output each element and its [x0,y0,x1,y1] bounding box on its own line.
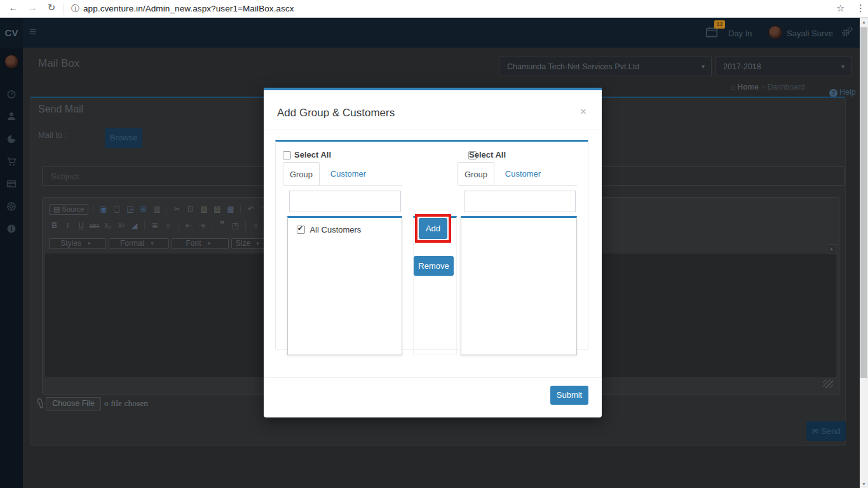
browser-forward-icon[interactable]: → [25,2,39,13]
browser-menu-icon[interactable]: ⋮ [856,3,865,14]
year-dropdown[interactable]: 2017-2018 ▾ [715,57,851,76]
settings-gear-icon[interactable] [841,26,853,37]
users-icon[interactable] [6,111,17,121]
toolbar-separator [212,221,212,230]
new-page-icon[interactable]: ▢ [111,204,122,215]
choose-file-button[interactable]: Choose File [46,397,101,410]
modal-footer-divider [264,377,602,378]
close-icon[interactable]: × [580,105,587,118]
mail-to-label: Mail to : [38,130,67,140]
page-scrollbar: ▲ ▼ [860,18,868,488]
company-dropdown-value: Chamunda Tech-Net Services Pvt.Ltd [507,62,639,71]
info-icon[interactable] [6,224,17,234]
toolbar-separator [245,221,246,230]
breadcrumb-home[interactable]: Home [738,83,759,92]
group-search-input-left[interactable] [289,191,401,212]
tab-divider-left [283,185,402,186]
breadcrumb: ⌂ Home > Dashboard [731,83,804,92]
toolbar-collapse-icon[interactable]: ▲ [827,244,836,254]
help-link[interactable]: ?Help [829,88,856,97]
templates-icon[interactable]: ▥ [151,204,162,215]
indent-icon[interactable]: ⇥ [196,220,207,231]
page-info-icon[interactable]: ⓘ [71,3,79,15]
scroll-up-icon[interactable]: ▲ [860,18,868,26]
underline-icon[interactable]: U [76,220,86,231]
div-icon[interactable]: ◳ [230,220,241,231]
superscript-icon[interactable]: X² [116,220,126,231]
italic-icon[interactable]: I [62,220,73,231]
browse-button[interactable]: Browse [105,128,142,148]
dashboard-icon[interactable] [6,89,17,99]
browser-refresh-icon[interactable]: ↻ [44,2,58,13]
align-left-icon[interactable]: ≡ [250,220,261,231]
day-in-label[interactable]: Day In [728,29,752,38]
app-logo[interactable]: CV [0,18,23,48]
paste-word-icon[interactable]: ▩ [225,204,236,215]
chevron-down-icon: ▾ [84,238,95,249]
source-button[interactable]: ▤ Source [49,204,88,215]
chevron-down-icon: ▾ [841,63,844,70]
cart-icon[interactable] [6,156,17,166]
remove-format-icon[interactable]: ◢ [129,220,140,231]
application-window: ← → ↻ ⓘ app.cventure.in/Admin_new.aspx?u… [0,0,868,488]
blockquote-icon[interactable]: ” [217,220,227,231]
user-avatar[interactable] [768,25,782,39]
breadcrumb-current[interactable]: Dashboard [768,83,805,92]
chevron-down-icon: ▾ [702,63,705,70]
editor-resize-handle[interactable] [823,379,833,388]
company-dropdown[interactable]: Chamunda Tech-Net Services Pvt.Ltd ▾ [499,57,712,76]
page-title: Mail Box [38,57,79,70]
print-icon[interactable]: ⊞ [138,204,149,215]
send-button[interactable]: ✉ Send [806,421,846,441]
bold-icon[interactable]: B [49,220,60,231]
styles-combo[interactable]: Styles▾ [49,238,106,249]
remove-button[interactable]: Remove [414,256,454,276]
editor-toolbar-row3: Styles▾Format▾Font▾Size▾ A▾ A [48,236,299,251]
browser-back-icon[interactable]: ← [6,2,20,13]
app-sidebar [0,48,23,488]
preview-icon[interactable]: ◲ [125,204,135,215]
undo-icon[interactable]: ↶ [245,204,256,215]
scroll-down-icon[interactable]: ▼ [860,480,868,488]
add-button-highlight: Add [415,214,451,243]
pie-chart-icon[interactable] [6,134,17,144]
user-name[interactable]: Sayali Surve [787,29,833,38]
chevron-down-icon: ▾ [252,238,263,249]
paste-icon[interactable]: ▧ [198,204,209,215]
save-icon[interactable]: ▣ [98,204,109,215]
add-group-customers-modal: Add Group & Customers × Select All Group… [264,88,602,417]
app-navbar: CV ≡ 12 Day In Sayali Surve [0,18,860,48]
sidebar-toggle-icon[interactable]: ≡ [29,25,36,39]
tab-customer-right[interactable]: Customer [498,169,548,179]
chevron-down-icon: ▾ [147,238,158,249]
numbered-list-icon[interactable]: ≣ [149,220,160,231]
tab-group-right[interactable]: Group [458,162,494,186]
cut-icon[interactable]: ✂ [172,204,182,215]
all-customers-checkbox[interactable]: ✔ [297,226,305,234]
size-combo[interactable]: Size▾ [231,238,268,249]
add-button[interactable]: Add [419,218,447,239]
outdent-icon[interactable]: ⇤ [183,220,194,231]
select-all-checkbox-left[interactable] [283,151,291,159]
subscript-icon[interactable]: X₂ [102,220,113,231]
font-combo[interactable]: Font▾ [172,238,229,249]
group-search-input-right[interactable] [464,191,576,212]
scrollbar-thumb[interactable] [860,27,867,378]
paste-text-icon[interactable]: ▨ [212,204,222,215]
support-icon[interactable] [6,201,17,212]
all-customers-label: All Customers [309,225,361,234]
group-list-right [461,216,577,355]
bulleted-list-icon[interactable]: ≡ [163,220,173,231]
breadcrumb-separator: > [761,83,765,92]
format-combo[interactable]: Format▾ [109,238,169,249]
address-bar[interactable]: app.cventure.in/Admin_new.aspx?user1=Mai… [83,4,294,13]
tab-group-left[interactable]: Group [283,162,320,186]
submit-button[interactable]: Submit [550,386,588,405]
copy-icon[interactable]: ⊡ [185,204,196,215]
strikethrough-icon[interactable]: abc [89,220,100,231]
bookmark-star-icon[interactable]: ☆ [836,3,844,14]
billing-card-icon[interactable] [6,179,17,189]
sidebar-user-avatar[interactable] [4,55,18,69]
tab-customer-left[interactable]: Customer [323,169,374,179]
select-all-label-left: Select All [294,150,331,159]
